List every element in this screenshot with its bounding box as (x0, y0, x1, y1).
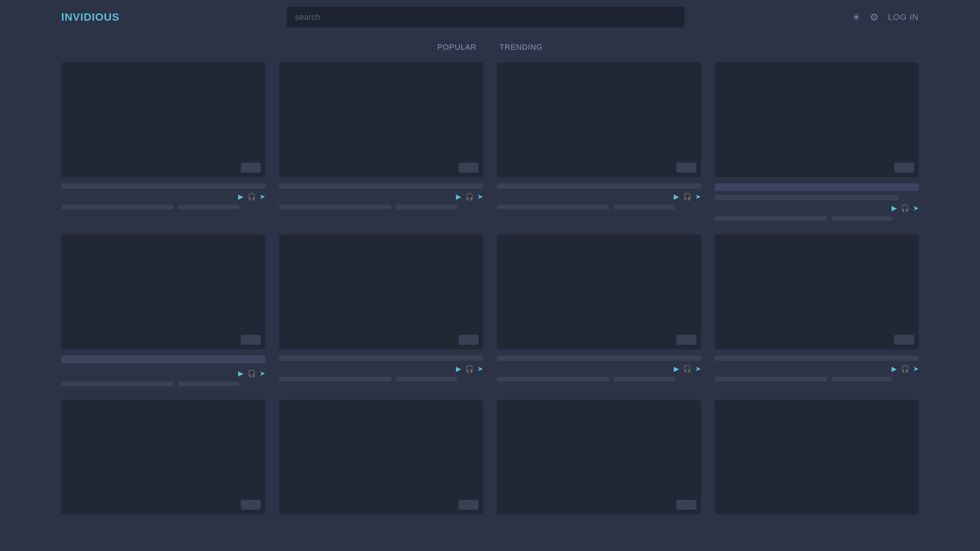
video-thumbnail[interactable] (715, 400, 919, 515)
headphones-icon[interactable]: 🎧 (683, 192, 691, 201)
arrow-icon[interactable]: ➤ (260, 369, 265, 378)
video-card[interactable]: ▶ 🎧 ➤ (715, 62, 919, 221)
channel-row (61, 381, 265, 386)
duration-badge (676, 335, 696, 345)
actions-row: ▶ 🎧 ➤ (279, 365, 483, 373)
title-line (715, 355, 919, 361)
youtube-icon[interactable]: ▶ (892, 204, 897, 212)
duration-badge (241, 335, 261, 345)
duration-badge (676, 500, 696, 510)
actions-row: ▶ 🎧 ➤ (279, 192, 483, 201)
views-bar (614, 205, 675, 209)
video-card[interactable]: ▶ 🎧 ➤ (61, 62, 265, 221)
channel-bar (61, 381, 173, 386)
duration-badge (676, 163, 696, 173)
channel-row (715, 216, 919, 221)
video-thumbnail[interactable] (279, 62, 483, 177)
headphones-icon[interactable]: 🎧 (901, 204, 909, 212)
title-line (279, 183, 483, 189)
channel-bar (497, 205, 609, 209)
youtube-icon[interactable]: ▶ (674, 365, 679, 373)
actions-row: ▶ 🎧 ➤ (61, 192, 265, 201)
channel-row (497, 377, 701, 381)
views-bar (614, 377, 675, 381)
duration-badge (459, 335, 479, 345)
title-line-tall (715, 183, 919, 191)
video-thumbnail[interactable] (497, 235, 701, 349)
video-thumbnail[interactable] (497, 62, 701, 177)
video-card[interactable]: ▶ 🎧 ➤ (61, 235, 265, 386)
duration-badge (459, 163, 479, 173)
arrow-icon[interactable]: ➤ (260, 192, 265, 201)
actions-row: ▶ 🎧 ➤ (497, 192, 701, 201)
search-bar[interactable] (287, 7, 685, 28)
video-card[interactable] (497, 400, 701, 521)
title-line (497, 355, 701, 361)
video-grid: ▶ 🎧 ➤ ▶ 🎧 ➤ ▶ 🎧 ➤ (0, 62, 980, 543)
tab-popular[interactable]: POPULAR (437, 41, 477, 53)
video-card[interactable]: ▶ 🎧 ➤ (715, 235, 919, 386)
arrow-icon[interactable]: ➤ (695, 365, 701, 373)
title-line-tall (61, 355, 265, 363)
headphones-icon[interactable]: 🎧 (247, 192, 256, 201)
video-card[interactable] (61, 400, 265, 521)
channel-bar (497, 377, 609, 381)
settings-icon[interactable]: ⚙ (870, 11, 879, 23)
video-thumbnail[interactable] (61, 400, 265, 515)
video-card[interactable] (715, 400, 919, 521)
video-card[interactable]: ▶ 🎧 ➤ (497, 62, 701, 221)
channel-bar (715, 377, 827, 381)
youtube-icon[interactable]: ▶ (892, 365, 897, 373)
channel-row (497, 205, 701, 209)
video-thumbnail[interactable] (279, 235, 483, 349)
headphones-icon[interactable]: 🎧 (465, 365, 474, 373)
actions-row: ▶ 🎧 ➤ (715, 365, 919, 373)
video-thumbnail[interactable] (715, 62, 919, 177)
actions-row: ▶ 🎧 ➤ (61, 369, 265, 378)
theme-icon[interactable]: ☀ (852, 11, 861, 23)
video-card[interactable]: ▶ 🎧 ➤ (497, 235, 701, 386)
headphones-icon[interactable]: 🎧 (901, 365, 909, 373)
duration-badge (241, 500, 261, 510)
title-line (61, 183, 265, 189)
video-thumbnail[interactable] (497, 400, 701, 515)
video-thumbnail[interactable] (715, 235, 919, 349)
video-thumbnail[interactable] (61, 62, 265, 177)
nav-tabs: POPULAR TRENDING (0, 34, 980, 62)
duration-badge (894, 335, 914, 345)
youtube-icon[interactable]: ▶ (456, 365, 461, 373)
youtube-icon[interactable]: ▶ (456, 192, 461, 201)
channel-bar (279, 377, 391, 381)
header: INVIDIOUS ☀ ⚙ LOG IN (0, 0, 980, 34)
youtube-icon[interactable]: ▶ (238, 369, 243, 378)
video-thumbnail[interactable] (279, 400, 483, 515)
logo[interactable]: INVIDIOUS (61, 11, 119, 23)
arrow-icon[interactable]: ➤ (913, 204, 919, 212)
headphones-icon[interactable]: 🎧 (683, 365, 691, 373)
headphones-icon[interactable]: 🎧 (465, 192, 474, 201)
arrow-icon[interactable]: ➤ (477, 192, 483, 201)
title-line (497, 183, 701, 189)
video-card[interactable]: ▶ 🎧 ➤ (279, 235, 483, 386)
video-thumbnail[interactable] (61, 235, 265, 349)
arrow-icon[interactable]: ➤ (695, 192, 701, 201)
duration-badge (241, 163, 261, 173)
header-right: ☀ ⚙ LOG IN (852, 11, 919, 23)
actions-row: ▶ 🎧 ➤ (715, 204, 919, 212)
search-input[interactable] (287, 7, 685, 28)
video-card[interactable] (279, 400, 483, 521)
channel-row (279, 377, 483, 381)
login-button[interactable]: LOG IN (888, 12, 919, 22)
actions-row: ▶ 🎧 ➤ (497, 365, 701, 373)
headphones-icon[interactable]: 🎧 (247, 369, 256, 378)
channel-bar (715, 216, 827, 221)
youtube-icon[interactable]: ▶ (238, 192, 243, 201)
arrow-icon[interactable]: ➤ (913, 365, 919, 373)
duration-badge (894, 163, 914, 173)
tab-trending[interactable]: TRENDING (500, 41, 542, 53)
duration-badge (459, 500, 479, 510)
views-bar (831, 216, 893, 221)
arrow-icon[interactable]: ➤ (477, 365, 483, 373)
video-card[interactable]: ▶ 🎧 ➤ (279, 62, 483, 221)
youtube-icon[interactable]: ▶ (674, 192, 679, 201)
